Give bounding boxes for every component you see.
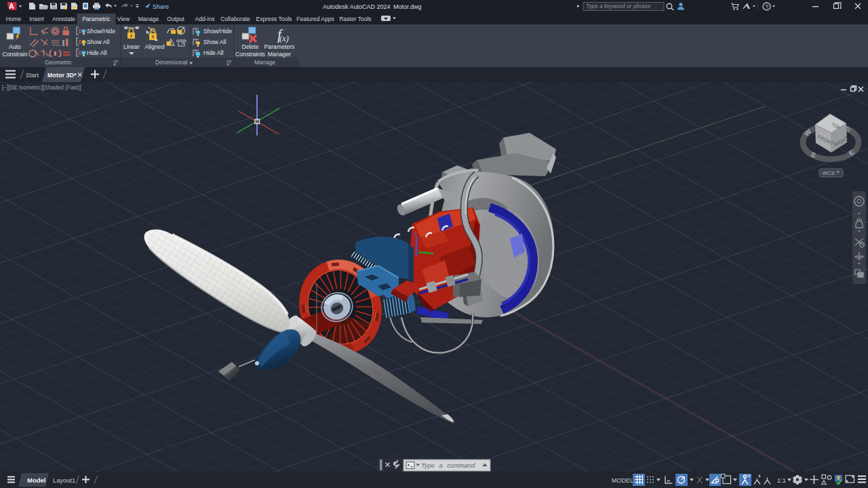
svg-text:Delete: Delete (241, 43, 258, 50)
svg-text:WCS: WCS (823, 170, 835, 176)
svg-text:Type a keyword or phrase: Type a keyword or phrase (586, 3, 651, 9)
svg-text:Z: Z (414, 230, 417, 237)
svg-text:Type a command: Type a command (421, 462, 475, 469)
svg-text:Auto: Auto (9, 43, 21, 50)
svg-text:Aligned: Aligned (145, 43, 165, 50)
svg-text:Show All: Show All (87, 39, 109, 45)
svg-text:Layout1: Layout1 (53, 477, 75, 484)
svg-text:MODEL: MODEL (612, 477, 633, 484)
svg-text:Linear: Linear (123, 43, 140, 50)
svg-text:Show All: Show All (203, 39, 226, 45)
svg-text:Parameters: Parameters (264, 43, 296, 50)
svg-text:A: A (9, 2, 14, 10)
svg-text:Show/Hide: Show/Hide (203, 28, 232, 35)
svg-text:Show/Hide: Show/Hide (87, 28, 115, 35)
svg-text:Manager: Manager (268, 51, 291, 58)
svg-text:Model: Model (27, 476, 45, 484)
svg-text:Constraints: Constraints (235, 51, 266, 58)
svg-text:Start: Start (26, 72, 39, 79)
svg-text:?: ? (765, 3, 768, 10)
svg-text:Autodesk AutoCAD 2024: Autodesk AutoCAD 2024 (323, 3, 391, 10)
svg-text:Y: Y (431, 239, 435, 245)
svg-text:(x): (x) (279, 34, 288, 43)
svg-text:1:1: 1:1 (777, 477, 786, 484)
svg-text:Hide All: Hide All (87, 49, 107, 56)
svg-text:Motor.dwg: Motor.dwg (393, 3, 422, 10)
svg-text:Constrain: Constrain (2, 51, 27, 58)
svg-text:Share: Share (153, 3, 169, 10)
svg-text:Motor 3D*: Motor 3D* (47, 72, 77, 79)
svg-text:Hide All: Hide All (203, 49, 224, 56)
